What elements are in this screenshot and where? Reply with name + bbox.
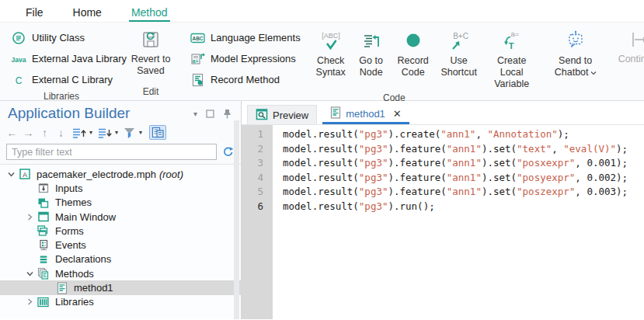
declarations-icon [37, 253, 50, 266]
tree-item-methods[interactable]: Methods [0, 266, 241, 280]
utility-class-button[interactable]: Utility Class [8, 27, 130, 48]
tree-item-suffix: (root) [159, 169, 183, 180]
filter-icon[interactable] [123, 127, 136, 139]
expand-all-icon[interactable] [71, 127, 86, 139]
chevron-collapsed-icon[interactable] [23, 214, 37, 221]
sidebar-scrollbar[interactable] [234, 120, 239, 319]
model-expressions-button[interactable]: a= Model Expressions [186, 48, 304, 69]
code-text: model.result( [283, 172, 359, 183]
filter-input[interactable] [6, 144, 217, 160]
move-down-icon[interactable]: ↓ [55, 127, 67, 139]
code-text: ).feature( [388, 143, 446, 155]
refresh-icon[interactable] [222, 146, 234, 158]
document-icon [330, 106, 341, 121]
forward-arrow-icon[interactable]: → [23, 127, 34, 139]
chevron-expanded-icon[interactable] [5, 171, 18, 178]
tree-item-label: Events [55, 239, 86, 251]
code-text: model.result( [283, 157, 359, 169]
tree-item-label: method1 [74, 282, 113, 294]
close-icon[interactable]: ✕ [393, 108, 402, 120]
tree-item-events[interactable]: Events [0, 238, 241, 252]
ribbon-group-edit: Revert to Saved Edit [123, 23, 179, 100]
tree-toolbar: ← → ↑ ↓ ▾ ▾ ▾ [0, 122, 241, 144]
chevron-collapsed-icon[interactable] [23, 298, 37, 305]
language-elements-button[interactable]: ABC Language Elements [186, 27, 304, 48]
forms-icon [37, 224, 50, 237]
filter-chevron-icon[interactable]: ▾ [139, 129, 142, 136]
menu-home[interactable]: Home [71, 3, 104, 22]
tree-item-declarations[interactable]: Declarations [0, 252, 241, 266]
chatbot-icon [565, 29, 587, 54]
create-local-variable-button[interactable]: a=T Create Local Variable [482, 26, 541, 92]
menu-file[interactable]: File [23, 3, 46, 22]
send-to-chatbot-button[interactable]: Send to Chatbot [541, 26, 610, 81]
external-c-library-button[interactable]: C External C Library [8, 69, 130, 90]
main-area: Application Builder ▾ ← → ↑ ↓ ▾ ▾ ▾ Apac… [0, 101, 644, 319]
string-literal: "eval(V)" [563, 143, 616, 155]
button-label: Record Code [393, 55, 433, 78]
move-up-icon[interactable]: ↑ [39, 127, 50, 139]
tree-item-pacemaker-electrode-mph[interactable]: Apacemaker_electrode.mph(root) [0, 167, 241, 181]
code-area[interactable]: model.result("pg3").create("ann1", "Anno… [273, 125, 644, 319]
tree-item-main-window[interactable]: Main Window [0, 210, 241, 224]
button-label: Revert to Saved [125, 54, 176, 77]
button-label: Utility Class [32, 32, 85, 43]
panel-menu-chevron-icon[interactable]: ▾ [193, 110, 197, 118]
c-icon: C [11, 73, 26, 87]
java-icon: Java [11, 52, 26, 66]
code-editor[interactable]: 123456 model.result("pg3").create("ann1"… [242, 125, 644, 319]
external-java-library-button[interactable]: Java External Java Library [8, 48, 130, 69]
continue-icon [626, 27, 644, 52]
code-large-button-row: [ABC] Check Syntax Go to Node Record Cod… [310, 25, 610, 92]
svg-text:a=: a= [510, 30, 519, 38]
revert-saved-icon [140, 27, 162, 52]
continue-button[interactable]: Continue [610, 25, 644, 68]
code-line: model.result("pg3").feature("ann1").set(… [283, 185, 644, 200]
code-text: ).set( [482, 143, 517, 155]
string-literal: "pg3" [359, 143, 388, 155]
button-label: Check Syntax [312, 55, 350, 78]
tree-item-themes[interactable]: Themes [0, 196, 241, 210]
code-text: ).run(); [388, 200, 434, 212]
tree-item-forms[interactable]: Forms [0, 224, 241, 238]
tab-preview[interactable]: Preview [247, 105, 317, 124]
check-syntax-button[interactable]: [ABC] Check Syntax [310, 26, 352, 81]
record-code-button[interactable]: Record Code [391, 26, 436, 81]
use-shortcut-button[interactable]: B+C Use Shortcut [436, 26, 482, 81]
show-in-form-editor-toggle[interactable] [149, 125, 166, 140]
go-to-node-button[interactable]: Go to Node [352, 26, 391, 81]
editor-tabbar: Preview method1 ✕ [242, 101, 644, 125]
filter-row [0, 144, 241, 164]
app-root-icon: A [18, 168, 31, 180]
tree-item-inputs[interactable]: Inputs [0, 181, 241, 195]
revert-to-saved-button[interactable]: Revert to Saved [123, 25, 179, 79]
collapse-all-icon[interactable] [97, 127, 112, 139]
string-literal: "ann1" [447, 172, 482, 183]
expand-all-chevron-icon[interactable]: ▾ [89, 129, 92, 136]
record-method-icon [190, 73, 205, 87]
back-arrow-icon[interactable]: ← [6, 127, 18, 139]
tree-item-label: pacemaker_electrode.mph [37, 169, 156, 180]
string-literal: "pg3" [359, 172, 388, 183]
ribbon: Utility Class Java External Java Library… [0, 22, 644, 101]
record-code-icon [403, 29, 423, 54]
ribbon-group-continue: Continue [610, 23, 644, 100]
string-literal: "text" [517, 143, 552, 155]
record-method-button[interactable]: Record Method [186, 69, 304, 90]
code-line: model.result("pg3").create("ann1", "Anno… [283, 127, 644, 142]
chevron-expanded-icon[interactable] [23, 270, 37, 277]
restore-window-icon[interactable] [206, 110, 214, 118]
code-text: , 0.003); [575, 186, 628, 197]
tree-item-libraries[interactable]: Libraries [0, 295, 241, 309]
code-text: , [475, 128, 487, 140]
string-literal: "ann1" [447, 157, 482, 169]
button-label: Record Method [211, 74, 280, 85]
pin-icon[interactable] [223, 109, 231, 119]
menu-method[interactable]: Method [129, 3, 170, 22]
tree-item-method1[interactable]: method1 [0, 280, 241, 294]
collapse-all-chevron-icon[interactable]: ▾ [115, 129, 118, 136]
string-literal: "pg3" [359, 186, 388, 197]
code-text: model.result( [283, 186, 359, 197]
main-window-icon [37, 210, 50, 223]
tab-method1[interactable]: method1 ✕ [322, 105, 409, 124]
